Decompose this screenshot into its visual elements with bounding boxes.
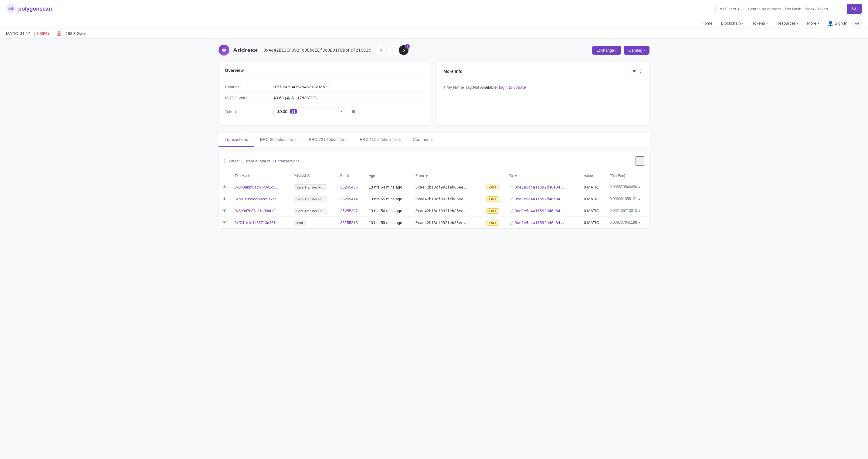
row-block-0: 35255436 bbox=[337, 181, 365, 193]
badge-count: 5 bbox=[405, 44, 410, 49]
filter-dropdown-button[interactable]: All Filters ▾ bbox=[715, 4, 744, 14]
nav-signin[interactable]: 👤 Sign In bbox=[824, 19, 851, 28]
nav-home[interactable]: Home bbox=[698, 18, 716, 29]
eye-icon-3[interactable]: 👁 bbox=[222, 220, 227, 225]
exchange-label: Exchange bbox=[597, 48, 614, 53]
qr-icon: ⊞ bbox=[391, 48, 394, 52]
row-direction-0: OUT bbox=[483, 181, 506, 193]
heart-button[interactable]: ♥ bbox=[632, 68, 636, 74]
logo[interactable]: polygonscan bbox=[6, 4, 52, 14]
row-to-2: 📄 0xe1e5d4a11592d46e34... bbox=[506, 205, 580, 217]
login-to-update-link[interactable]: login to update bbox=[499, 85, 526, 90]
tab-erc20[interactable]: ERC-20 Token Txns bbox=[254, 133, 303, 147]
token-grid-button[interactable]: ⊞ bbox=[349, 106, 359, 116]
ticker-bar: MATIC: $1.17 (-3.39%) | ⛽ 193.3 Gwei bbox=[0, 29, 868, 38]
gaming-button[interactable]: Gaming ▾ bbox=[624, 46, 649, 55]
exchange-button[interactable]: Exchange ▾ bbox=[592, 46, 622, 55]
txn-hash-link-0[interactable]: 0x343abbf8acf7bf391c5... bbox=[235, 185, 278, 189]
row-age-0: 13 hrs 54 mins ago bbox=[365, 181, 412, 193]
row-txn-hash-1: 0xbb1c999ec3cfce517ef... bbox=[231, 193, 290, 205]
nav-resources[interactable]: Resources ▾ bbox=[773, 18, 802, 29]
blockie-badge[interactable]: b 5 bbox=[399, 45, 408, 55]
row-method-2: Safe Transfer Fr... bbox=[290, 205, 337, 217]
more-options-button[interactable]: ⋮ bbox=[638, 68, 643, 74]
theme-toggle-button[interactable] bbox=[852, 19, 862, 28]
address-avatar bbox=[219, 44, 229, 56]
method-info-icon[interactable]: ⓘ bbox=[307, 174, 310, 177]
search-icon bbox=[852, 6, 857, 11]
block-link-0[interactable]: 35255436 bbox=[340, 185, 358, 189]
to-filter-icon[interactable]: ▼ bbox=[514, 174, 518, 178]
nav-blockchain[interactable]: Blockchain ▾ bbox=[717, 18, 747, 29]
info-suffix: transactions bbox=[278, 159, 300, 163]
row-txn-hash-0: 0x343abbf8acf7bf391c5... bbox=[231, 181, 290, 193]
token-row: Token: $0.00 59 ▾ ⊞ bbox=[225, 103, 425, 119]
txn-hash-link-1[interactable]: 0xbb1c999ec3cfce517ef... bbox=[235, 197, 279, 201]
fee-status-icon-0: ● bbox=[638, 185, 640, 189]
table-options-button[interactable]: ⋮ bbox=[636, 156, 644, 166]
copy-icon: ⎘ bbox=[380, 48, 382, 52]
balance-value: 0.578605847579467132 MATIC bbox=[274, 85, 332, 89]
nav-tokens[interactable]: Tokens ▾ bbox=[748, 18, 772, 29]
matic-value-row: MATIC Value: $0.68 (@ $1.17/MATIC) bbox=[225, 93, 425, 103]
block-link-1[interactable]: 35255414 bbox=[340, 197, 358, 201]
method-badge-0: Safe Transfer Fr... bbox=[294, 184, 327, 190]
eye-icon-1[interactable]: 👁 bbox=[222, 196, 227, 201]
copy-address-button[interactable]: ⎘ bbox=[377, 46, 385, 54]
contract-icon-0: 📄 bbox=[509, 185, 514, 189]
total-count-link[interactable]: 11 bbox=[272, 159, 277, 163]
fee-value-3: 0.006737041198 ● bbox=[610, 220, 646, 225]
tab-erc721[interactable]: ERC-721 Token Txns bbox=[303, 133, 353, 147]
th-value: Value bbox=[580, 170, 606, 181]
search-input[interactable] bbox=[744, 4, 847, 14]
row-from-2: 0xae42b13cf992feb85ee... bbox=[412, 205, 483, 217]
more-info-title: More Info bbox=[443, 69, 463, 74]
search-button[interactable] bbox=[847, 4, 862, 14]
row-method-1: Safe Transfer Fr... bbox=[290, 193, 337, 205]
to-address-link-2[interactable]: 📄 0xe1e5d4a11592d46e34... bbox=[509, 209, 577, 213]
from-filter-icon[interactable]: ▼ bbox=[425, 174, 429, 178]
nav-more[interactable]: More ▾ bbox=[803, 18, 823, 29]
tab-erc1155[interactable]: ERC-1155 Token Txns bbox=[353, 133, 407, 147]
to-address-link-0[interactable]: 📄 0xe1e5d4a11592d46e34... bbox=[509, 185, 577, 189]
from-address-3: 0xae42b13cf992feb85ee... bbox=[415, 220, 470, 225]
direction-badge-3: OUT bbox=[487, 220, 499, 225]
txn-hash-link-3[interactable]: 0xf7d1e1d1465713d251... bbox=[235, 221, 279, 225]
address-actions: Exchange ▾ Gaming ▾ bbox=[592, 46, 649, 55]
txn-hash-link-2[interactable]: 0x6e8d7d87c81a38af12... bbox=[235, 209, 279, 213]
filter-chevron-icon: ▾ bbox=[738, 7, 739, 11]
to-address-link-1[interactable]: 📄 0xe1e5d4a11592d46e34... bbox=[509, 197, 577, 201]
block-link-3[interactable]: 35255315 bbox=[340, 220, 358, 225]
table-row: 👁 0x343abbf8acf7bf391c5... Safe Transfer… bbox=[219, 181, 649, 193]
direction-badge-2: OUT bbox=[487, 208, 499, 214]
row-block-3: 35255315 bbox=[337, 217, 365, 228]
qr-code-button[interactable]: ⊞ bbox=[388, 46, 396, 54]
table-row: 👁 0xbb1c999ec3cfce517ef... Safe Transfer… bbox=[219, 193, 649, 205]
method-badge-2: Safe Transfer Fr... bbox=[294, 208, 327, 214]
th-to: To ▼ bbox=[506, 170, 580, 181]
eye-icon-2[interactable]: 👁 bbox=[222, 208, 227, 213]
overview-title: Overview bbox=[225, 68, 425, 77]
row-fee-3: 0.006737041198 ● bbox=[606, 217, 649, 228]
gaming-label: Gaming bbox=[628, 48, 642, 53]
theme-icon bbox=[855, 21, 860, 26]
name-tag-label: ? My Name Tag: bbox=[443, 85, 473, 90]
tab-transactions[interactable]: Transactions bbox=[219, 133, 254, 147]
token-label: Token: bbox=[225, 109, 274, 114]
token-select[interactable]: $0.00 59 ▾ bbox=[274, 107, 346, 116]
age-value-2: 13 hrs 56 mins ago bbox=[369, 209, 402, 213]
gas-price: 193.3 Gwei bbox=[66, 31, 86, 36]
matic-value-label: MATIC Value: bbox=[225, 96, 274, 100]
tab-comments[interactable]: Comments bbox=[407, 133, 439, 147]
avatar-icon bbox=[221, 47, 227, 53]
contract-icon-2: 📄 bbox=[509, 209, 514, 213]
from-address-2: 0xae42b13cf992feb85ee... bbox=[415, 209, 470, 213]
block-link-2[interactable]: 35255387 bbox=[340, 209, 358, 213]
matic-change: (-3.39%) bbox=[34, 31, 49, 36]
row-fee-2: 0.007405713013 ● bbox=[606, 205, 649, 217]
row-block-2: 35255387 bbox=[337, 205, 365, 217]
eye-icon-0[interactable]: 👁 bbox=[222, 185, 227, 189]
tabs: Transactions ERC-20 Token Txns ERC-721 T… bbox=[219, 133, 649, 147]
row-value-2: 0 MATIC bbox=[580, 205, 606, 217]
to-address-link-3[interactable]: 📄 0xe1e5d4a11592d46e34... bbox=[509, 220, 577, 225]
